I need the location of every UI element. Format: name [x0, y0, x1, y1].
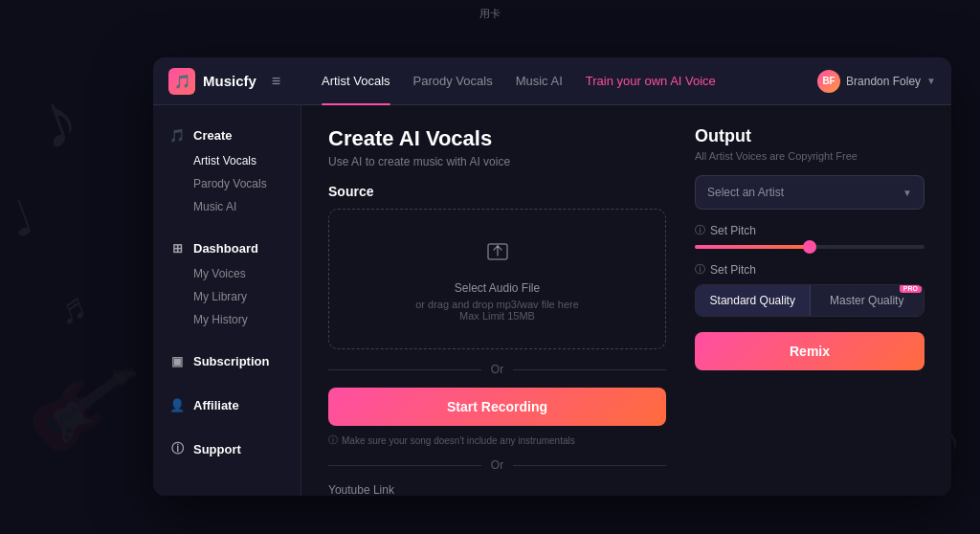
- source-label: Source: [328, 184, 666, 199]
- upload-text-sub3: Max Limit 15MB: [345, 310, 650, 322]
- slider-thumb-1[interactable]: [803, 240, 816, 254]
- chevron-down-icon: ▼: [926, 76, 936, 86]
- record-note-icon: ⓘ: [328, 434, 338, 447]
- sidebar-section-create: 🎵 Create Artist Vocals Parody Vocals Mus…: [153, 121, 301, 218]
- tab-artist-vocals[interactable]: Artist Vocals: [322, 70, 390, 92]
- top-bar-text: 用卡: [479, 7, 501, 21]
- output-title: Output: [695, 126, 924, 146]
- app-window: 🎵 Musicfy ≡ Artist Vocals Parody Vocals …: [153, 57, 951, 496]
- sidebar: 🎵 Create Artist Vocals Parody Vocals Mus…: [153, 105, 301, 496]
- sidebar-header-create[interactable]: 🎵 Create: [153, 121, 301, 149]
- logo-music-icon: 🎵: [174, 74, 190, 89]
- upload-text-main: Select Audio File: [345, 281, 650, 295]
- logo-area: 🎵 Musicfy ≡: [168, 68, 302, 95]
- right-panel: Output All Artist Voices are Copyright F…: [695, 126, 924, 475]
- app-body: 🎵 Create Artist Vocals Parody Vocals Mus…: [153, 105, 951, 496]
- artist-select-placeholder: Select an Artist: [707, 186, 784, 199]
- sidebar-item-artist-vocals[interactable]: Artist Vocals: [153, 149, 301, 172]
- page-title: Create AI Vocals: [328, 126, 666, 151]
- support-icon: ⓘ: [168, 440, 186, 457]
- sidebar-item-my-history[interactable]: My History: [153, 308, 301, 331]
- slider-track-1: [695, 245, 924, 249]
- logo-icon: 🎵: [168, 68, 195, 95]
- music-note-2: ♩: [1, 189, 41, 250]
- music-note-3: ♬: [51, 283, 93, 334]
- avatar: BF: [817, 70, 840, 93]
- affiliate-icon: 👤: [168, 396, 186, 413]
- tab-train-ai[interactable]: Train your own AI Voice: [586, 70, 716, 92]
- or-divider-1: Or: [328, 363, 666, 376]
- sidebar-item-music-ai[interactable]: Music AI: [153, 195, 301, 218]
- standard-quality-button[interactable]: Standard Quality: [696, 285, 811, 316]
- main-content: Create AI Vocals Use AI to create music …: [301, 105, 951, 496]
- remix-button[interactable]: Remix: [695, 332, 924, 370]
- sidebar-section-support: ⓘ Support: [153, 434, 301, 463]
- dashboard-icon: ⊞: [168, 239, 186, 256]
- tab-music-ai[interactable]: Music AI: [516, 70, 563, 92]
- sidebar-item-my-library[interactable]: My Library: [153, 285, 301, 308]
- sidebar-header-affiliate[interactable]: 👤 Affiliate: [153, 390, 301, 419]
- artist-select-arrow-icon: ▼: [902, 188, 912, 198]
- master-quality-label: Master Quality: [830, 294, 903, 307]
- create-icon: 🎵: [168, 126, 186, 144]
- pitch-section-1: ⓘ Set Pitch: [695, 223, 924, 249]
- subscription-icon: ▣: [168, 352, 186, 369]
- sidebar-header-dashboard[interactable]: ⊞ Dashboard: [153, 234, 301, 262]
- slider-fill-1: [695, 245, 810, 249]
- left-panel: Create AI Vocals Use AI to create music …: [328, 126, 666, 475]
- quality-info-icon: ⓘ: [695, 262, 705, 277]
- sidebar-section-subscription: ▣ Subscription: [153, 346, 301, 375]
- page-subtitle: Use AI to create music with AI voice: [328, 155, 666, 168]
- pitch-info-icon-1: ⓘ: [695, 223, 705, 237]
- youtube-section: Youtube Link Search: [328, 483, 666, 496]
- quality-section: ⓘ Set Pitch Standard Quality Master Qual…: [695, 262, 924, 317]
- user-area[interactable]: BF Brandon Foley ▼: [817, 70, 936, 93]
- pitch-label-1: ⓘ Set Pitch: [695, 223, 924, 237]
- sidebar-section-dashboard: ⊞ Dashboard My Voices My Library My Hist…: [153, 234, 301, 331]
- sidebar-affiliate-label: Affiliate: [193, 398, 239, 412]
- sidebar-subscription-label: Subscription: [193, 354, 269, 368]
- sidebar-support-label: Support: [193, 442, 241, 456]
- music-note-1: ♪: [24, 73, 90, 168]
- start-recording-button[interactable]: Start Recording: [328, 388, 666, 426]
- tab-parody-vocals[interactable]: Parody Vocals: [413, 70, 493, 92]
- app-header: 🎵 Musicfy ≡ Artist Vocals Parody Vocals …: [153, 57, 951, 105]
- sidebar-item-parody-vocals[interactable]: Parody Vocals: [153, 172, 301, 195]
- quality-buttons: Standard Quality Master Quality PRO: [695, 284, 924, 317]
- output-subtitle: All Artist Voices are Copyright Free: [695, 150, 924, 162]
- record-note: ⓘ Make sure your song doesn't include an…: [328, 434, 666, 447]
- master-quality-button[interactable]: Master Quality PRO: [811, 285, 924, 316]
- sidebar-create-label: Create: [193, 128, 232, 143]
- upload-text-sub2: or drag and drop mp3/wav file here: [345, 299, 650, 310]
- music-note-4: 🎸: [21, 348, 145, 466]
- top-bar: 用卡: [0, 0, 980, 27]
- youtube-label: Youtube Link: [328, 483, 666, 496]
- artist-select[interactable]: Select an Artist ▼: [695, 175, 924, 210]
- sidebar-section-affiliate: 👤 Affiliate: [153, 390, 301, 419]
- upload-area[interactable]: Select Audio File or drag and drop mp3/w…: [328, 209, 666, 349]
- quality-label: ⓘ Set Pitch: [695, 262, 924, 277]
- sidebar-header-subscription[interactable]: ▣ Subscription: [153, 346, 301, 375]
- user-name: Brandon Foley: [846, 75, 921, 88]
- sidebar-dashboard-label: Dashboard: [193, 241, 258, 256]
- menu-icon[interactable]: ≡: [272, 73, 280, 90]
- sidebar-header-support[interactable]: ⓘ Support: [153, 434, 301, 463]
- sidebar-item-my-voices[interactable]: My Voices: [153, 262, 301, 285]
- nav-tabs: Artist Vocals Parody Vocals Music AI Tra…: [322, 70, 817, 92]
- logo-text: Musicfy: [203, 73, 256, 89]
- upload-icon: [345, 236, 650, 274]
- pro-badge: PRO: [900, 284, 922, 293]
- or-divider-2: Or: [328, 458, 666, 472]
